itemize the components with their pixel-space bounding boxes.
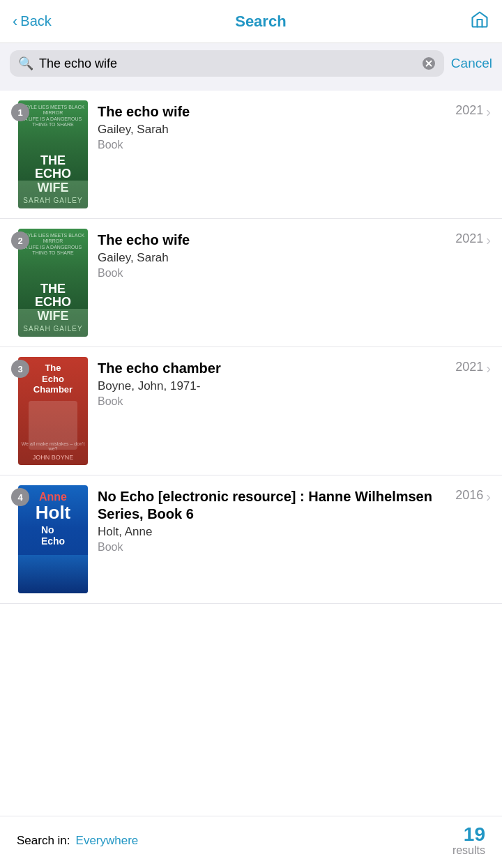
result-year-4: 2016 — [455, 488, 483, 503]
result-details-2: The echo wife Gailey, Sarah Book — [98, 229, 446, 280]
result-type-1: Book — [98, 139, 446, 151]
search-in-value[interactable]: Everywhere — [76, 834, 139, 848]
book-cover-2: STYLE LIES MEETS BLACK MIRRORA LIFE IS A… — [18, 229, 88, 337]
search-bar-container: 🔍 Cancel — [0, 43, 502, 84]
result-details-3: The echo chamber Boyne, John, 1971- Book — [98, 357, 446, 408]
table-row[interactable]: 3 TheEchoChamber We all make mistakes – … — [0, 347, 502, 475]
search-input-wrapper: 🔍 — [10, 50, 444, 77]
search-input[interactable] — [39, 56, 416, 71]
results-count-number: 19 — [452, 825, 485, 844]
result-year-1: 2021 — [455, 103, 483, 118]
result-type-4: Book — [98, 541, 446, 554]
book-cover-4: Anne Holt NoEcho — [18, 485, 88, 593]
results-container: 1 STYLE LIES MEETS BLACK MIRRORA LIFE IS… — [0, 91, 502, 604]
result-details-4: No Echo [electronic resource] : Hanne Wi… — [98, 485, 446, 554]
result-title-1: The echo wife — [98, 103, 446, 121]
chevron-right-icon-4: › — [486, 489, 491, 505]
back-button[interactable]: ‹ Back — [13, 13, 52, 31]
result-meta-1: 2021 › — [455, 100, 491, 120]
result-author-2: Gailey, Sarah — [98, 251, 446, 265]
home-icon — [470, 10, 489, 29]
results-list: 1 STYLE LIES MEETS BLACK MIRRORA LIFE IS… — [0, 91, 502, 656]
results-count-container: 19 results — [452, 825, 485, 857]
page-title: Search — [235, 13, 286, 31]
result-author-3: Boyne, John, 1971- — [98, 379, 446, 393]
back-label: Back — [20, 13, 51, 29]
cancel-button[interactable]: Cancel — [451, 56, 492, 71]
result-year-3: 2021 — [455, 360, 483, 374]
result-author-4: Holt, Anne — [98, 525, 446, 539]
bottom-bar: Search in: Everywhere 19 results — [0, 816, 502, 868]
rank-badge-3: 3 — [11, 360, 29, 378]
result-meta-3: 2021 › — [455, 357, 491, 376]
rank-badge-2: 2 — [11, 231, 29, 250]
result-title-2: The echo wife — [98, 231, 446, 249]
nav-bar: ‹ Back Search — [0, 0, 502, 43]
search-icon: 🔍 — [18, 56, 33, 71]
rank-badge-4: 4 — [11, 488, 29, 506]
result-title-4: No Echo [electronic resource] : Hanne Wi… — [98, 488, 446, 523]
result-author-1: Gailey, Sarah — [98, 123, 446, 137]
result-type-2: Book — [98, 267, 446, 280]
chevron-right-icon-3: › — [486, 360, 491, 376]
table-row[interactable]: 1 STYLE LIES MEETS BLACK MIRRORA LIFE IS… — [0, 91, 502, 219]
result-title-3: The echo chamber — [98, 360, 446, 377]
chevron-right-icon-2: › — [486, 232, 491, 248]
book-cover-1: STYLE LIES MEETS BLACK MIRRORA LIFE IS A… — [18, 100, 88, 208]
search-in-container: Search in: Everywhere — [17, 834, 138, 848]
result-details-1: The echo wife Gailey, Sarah Book — [98, 100, 446, 151]
results-count-label: results — [452, 844, 485, 857]
home-button[interactable] — [470, 10, 489, 33]
book-cover-3: TheEchoChamber We all make mistakes – do… — [18, 357, 88, 465]
search-in-label: Search in: — [17, 834, 70, 848]
result-meta-2: 2021 › — [455, 229, 491, 248]
back-chevron-icon: ‹ — [13, 13, 17, 31]
chevron-right-icon-1: › — [486, 104, 491, 120]
search-clear-button[interactable] — [422, 56, 436, 70]
clear-icon — [422, 56, 436, 70]
rank-badge-1: 1 — [11, 103, 29, 121]
section-divider — [0, 84, 502, 91]
table-row[interactable]: 2 STYLE LIES MEETS BLACK MIRRORA LIFE IS… — [0, 219, 502, 347]
result-meta-4: 2016 › — [455, 485, 491, 505]
result-type-3: Book — [98, 395, 446, 408]
result-year-2: 2021 — [455, 231, 483, 246]
table-row[interactable]: 4 Anne Holt NoEcho No Echo [electronic r… — [0, 475, 502, 604]
